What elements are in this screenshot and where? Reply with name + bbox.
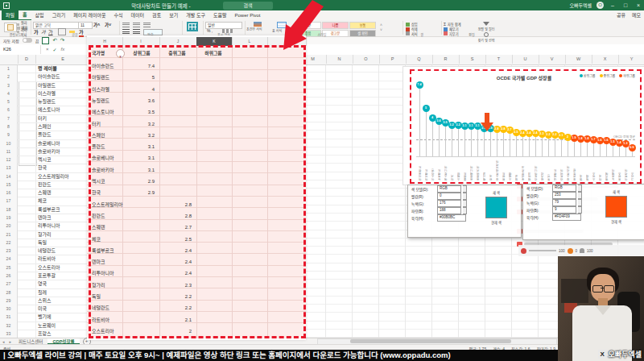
cancel-icon[interactable]: × <box>46 47 49 52</box>
pivot-filter-icon[interactable]: ▾ <box>116 49 125 58</box>
table-row[interactable]: 리투아니아2.4 <box>87 268 306 279</box>
dropdown-arrow-icon[interactable] <box>463 185 467 193</box>
cell[interactable] <box>18 114 36 122</box>
table-row[interactable]: 아이슬란드7.4 <box>87 60 306 72</box>
cell[interactable]: 스위스 <box>36 297 92 305</box>
insert-cells-button[interactable]: 삽입 <box>406 23 440 27</box>
column-header-t[interactable]: T <box>485 55 513 64</box>
table-row[interactable]: 슬로바키아3.1 <box>87 164 306 176</box>
column-header-r[interactable]: R <box>432 55 460 64</box>
spinner-icon[interactable] <box>578 206 582 214</box>
cell[interactable] <box>18 122 36 131</box>
spinner-icon[interactable] <box>463 200 467 207</box>
table-row[interactable]: 폴란드3.1 <box>87 141 306 152</box>
cell[interactable] <box>18 189 36 197</box>
row-header[interactable]: 19 <box>0 214 18 222</box>
table-row[interactable]: 스웨덴2.7 <box>87 222 306 233</box>
row-header[interactable]: 15 <box>0 180 18 189</box>
cell[interactable]: 터키 <box>36 114 92 122</box>
cell[interactable]: 칠레 <box>36 288 92 297</box>
row-header[interactable]: 28 <box>0 288 18 297</box>
cell[interactable]: 벨기에 <box>36 313 92 321</box>
row-header[interactable]: 31 <box>0 313 18 321</box>
cell[interactable] <box>18 305 36 313</box>
cell[interactable]: 리투아니아 <box>36 222 92 230</box>
row-header[interactable]: 27 <box>0 280 18 288</box>
cell[interactable] <box>18 131 36 139</box>
shrink-font-button[interactable]: 가˅ <box>105 22 111 28</box>
cell[interactable] <box>18 106 36 114</box>
cell[interactable] <box>18 297 36 305</box>
cell[interactable]: 체코 <box>36 197 92 205</box>
minimize-button[interactable]: – <box>609 0 617 10</box>
row-header[interactable]: 5 <box>0 98 18 106</box>
search-input[interactable]: 검색 <box>223 2 273 10</box>
grow-font-button[interactable]: 가˄ <box>93 22 100 28</box>
cell[interactable]: 슬로베니아 <box>36 139 92 147</box>
spinner-icon[interactable] <box>578 192 582 199</box>
table-row[interactable]: 에스토니아3.5 <box>87 106 306 118</box>
row-header[interactable]: 2 <box>0 73 18 81</box>
align-middle-icon[interactable] <box>133 23 140 27</box>
cell[interactable]: 스웨덴 <box>36 189 92 197</box>
spinner-icon[interactable] <box>463 207 467 214</box>
column-header-s[interactable]: S <box>459 55 486 64</box>
cell[interactable] <box>18 197 36 205</box>
row-header[interactable]: 7 <box>0 114 18 122</box>
blue-input[interactable]: 9 <box>552 206 576 214</box>
enter-icon[interactable]: ✓ <box>53 47 57 52</box>
table-row[interactable]: 핀란드2.8 <box>87 210 306 222</box>
row-header[interactable]: 12 <box>0 156 18 164</box>
font-name-select[interactable]: 맑은 고딕 <box>33 22 80 29</box>
row-header[interactable]: 24 <box>0 255 18 263</box>
align-center-icon[interactable] <box>133 29 140 34</box>
column-header-p[interactable]: P <box>379 55 407 64</box>
table-row[interactable]: 슬로베니아3.1 <box>87 152 306 164</box>
column-header-v[interactable]: V <box>539 55 566 64</box>
cell-style-chip[interactable]: 표준 <box>295 22 321 29</box>
cell[interactable] <box>18 322 36 330</box>
row-header[interactable]: 9 <box>0 131 18 139</box>
cell[interactable] <box>18 263 36 272</box>
cell[interactable] <box>18 222 36 230</box>
row-header[interactable]: 8 <box>0 122 18 131</box>
cell[interactable]: 아일랜드 <box>36 81 92 89</box>
table-row[interactable]: 네덜란드2.2 <box>87 302 306 313</box>
paste-button[interactable] <box>4 23 17 32</box>
column-header-x[interactable]: X <box>592 55 619 64</box>
ribbon-tab-0[interactable]: 파일 <box>2 10 19 20</box>
cell[interactable] <box>18 247 36 255</box>
cell[interactable]: 에스토니아 <box>36 106 92 114</box>
name-box[interactable]: K26 <box>0 45 41 54</box>
cell[interactable]: 폴란드 <box>36 131 92 139</box>
column-header-n[interactable]: N <box>326 55 353 64</box>
red-input[interactable]: 253 <box>552 192 576 199</box>
column-header-o[interactable]: O <box>353 55 380 64</box>
red-input[interactable]: 0 <box>437 193 461 200</box>
color-model-select[interactable]: RGB <box>552 185 576 192</box>
cell[interactable] <box>18 330 36 338</box>
fill-button[interactable]: 채우기 <box>444 27 471 31</box>
align-left-icon[interactable] <box>122 29 130 34</box>
ribbon-tab-8[interactable]: 보기 <box>165 10 182 20</box>
teal-grid-button[interactable] <box>187 22 198 31</box>
row-header[interactable]: 4 <box>0 89 18 98</box>
green-input[interactable]: 79 <box>552 199 576 206</box>
close-button[interactable]: × <box>634 0 642 10</box>
row-header[interactable]: 26 <box>0 272 18 280</box>
cell[interactable]: 독일 <box>36 239 92 247</box>
dropdown-arrow-icon[interactable] <box>578 185 582 192</box>
cell[interactable]: 오스트레일리아 <box>36 172 92 180</box>
column-header-e[interactable]: E <box>36 55 90 64</box>
cell[interactable] <box>18 280 36 288</box>
cell[interactable] <box>18 214 36 222</box>
color-model-select[interactable]: RGB <box>437 185 461 193</box>
table-row[interactable]: 오스트리아2 <box>87 326 306 337</box>
ribbon-tab-9[interactable]: 개발 도구 <box>182 10 209 20</box>
ribbon-tab-10[interactable]: 도움말 <box>209 10 231 20</box>
save-icon[interactable] <box>42 37 49 44</box>
cell[interactable]: 오스트리아 <box>36 263 92 272</box>
cell[interactable] <box>18 164 36 172</box>
cell[interactable] <box>18 147 36 156</box>
cell[interactable]: 핀란드 <box>36 180 92 189</box>
